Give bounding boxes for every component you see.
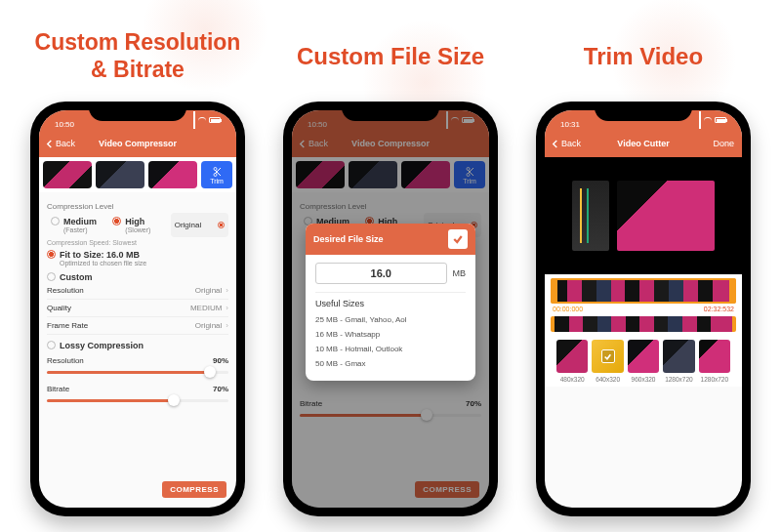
phone-mock-2: 10:50 Back Video Compressor xyxy=(283,102,498,516)
chevron-right-icon: › xyxy=(226,286,228,295)
back-button[interactable]: Back xyxy=(45,139,75,148)
check-icon xyxy=(452,233,464,245)
resolution-chip[interactable]: 960x320 xyxy=(628,340,659,383)
back-label: Back xyxy=(561,139,581,148)
trim-handle-left[interactable] xyxy=(551,278,557,304)
preview-frame xyxy=(617,181,715,251)
time-start: 00:00:000 xyxy=(553,306,583,312)
bitrate-slider[interactable] xyxy=(47,393,228,407)
chevron-right-icon: › xyxy=(226,304,228,312)
chevron-left-icon xyxy=(551,140,559,148)
headline-1: Custom Resolution & Bitrate xyxy=(35,18,241,96)
section-label: Compression Level xyxy=(47,202,228,211)
phone-mock-1: 10:50 Back Video Compressor xyxy=(30,102,245,516)
row-value: Original xyxy=(195,286,223,295)
opt-sub: (Faster) xyxy=(63,226,97,233)
nav-bar: Back Video Cutter Done xyxy=(545,130,742,157)
row-value: Original xyxy=(195,321,223,330)
showcase-panel-3: Trim Video 10:31 Back Video Cutte xyxy=(523,18,763,516)
chip-res: 480x320 xyxy=(560,376,585,383)
chip-res: 1280x720 xyxy=(665,376,693,383)
opt-label: High xyxy=(125,217,150,226)
time-end: 02:32:532 xyxy=(704,306,734,312)
chevron-right-icon: › xyxy=(226,321,228,330)
framerate-row[interactable]: Frame Rate Original› xyxy=(47,317,228,335)
fit-sub: Optimized to chosen file size xyxy=(60,260,146,266)
check-icon xyxy=(603,352,612,361)
headline-3: Trim Video xyxy=(584,18,703,96)
slider-value: 90% xyxy=(213,356,228,365)
confirm-button[interactable] xyxy=(448,229,468,249)
back-button[interactable]: Back xyxy=(551,139,581,148)
row-value: MEDIUM xyxy=(190,304,222,312)
phone-mock-3: 10:31 Back Video Cutter Done xyxy=(536,102,751,516)
video-thumb[interactable] xyxy=(148,161,197,188)
video-thumb[interactable] xyxy=(43,161,92,188)
slider-label: Resolution xyxy=(47,356,84,365)
radio-icon xyxy=(51,217,60,225)
useful-title: Useful Sizes xyxy=(315,299,466,308)
compress-button[interactable]: COMPRESS xyxy=(162,481,226,498)
resolution-slider[interactable] xyxy=(47,365,228,379)
chip-res: 1280x720 xyxy=(701,376,729,383)
resolution-chip[interactable]: 640x320 xyxy=(592,340,623,383)
status-bar: 10:50 xyxy=(39,110,236,130)
status-icons xyxy=(193,111,221,129)
chip-res: 640x320 xyxy=(596,376,620,383)
radio-icon xyxy=(218,222,225,228)
modal-title: Desired File Size xyxy=(313,234,384,244)
level-medium[interactable]: Medium (Faster) xyxy=(47,213,104,237)
custom-label: Custom xyxy=(60,272,93,282)
row-label: Resolution xyxy=(47,286,84,295)
showcase-panel-2: Custom File Size 10:50 Back xyxy=(270,18,511,516)
useful-size-item[interactable]: 25 MB - Gmail, Yahoo, Aol xyxy=(315,312,466,327)
video-thumb[interactable] xyxy=(96,161,144,188)
radio-icon xyxy=(47,272,56,281)
chevron-left-icon xyxy=(45,140,54,148)
back-label: Back xyxy=(56,139,75,148)
level-original[interactable]: Original xyxy=(171,213,228,237)
useful-size-item[interactable]: 16 MB - Whatsapp xyxy=(315,327,466,342)
headline-1-line1: Custom Resolution xyxy=(35,29,241,57)
trim-handle-right[interactable] xyxy=(729,278,736,304)
resolution-chip[interactable]: 1280x720 xyxy=(699,340,730,383)
preview-frame xyxy=(572,181,609,251)
resolution-chip[interactable]: 480x320 xyxy=(556,340,588,383)
compress-label: COMPRESS xyxy=(170,485,219,494)
level-high[interactable]: High (Slower) xyxy=(108,213,166,237)
headline-1-line2: & Bitrate xyxy=(35,57,241,84)
done-button[interactable]: Done xyxy=(713,139,734,148)
fit-label: Fit to Size: 16.0 MB xyxy=(60,250,146,260)
row-label: Quality xyxy=(47,304,71,312)
scissors-icon xyxy=(211,166,223,178)
trim-button[interactable]: Trim xyxy=(201,161,232,188)
size-input[interactable]: 16.0 xyxy=(315,263,447,284)
lossy-option[interactable]: Lossy Compression xyxy=(47,335,228,350)
video-thumb-bar: Trim xyxy=(39,157,236,192)
row-label: Frame Rate xyxy=(47,321,88,330)
speed-note: Compression Speed: Slowest xyxy=(47,239,228,246)
opt-label: Original xyxy=(175,221,202,229)
resolution-row[interactable]: Resolution Original› xyxy=(47,282,228,300)
fit-to-size-option[interactable]: Fit to Size: 16.0 MB Optimized to chosen… xyxy=(47,250,228,266)
overview-timeline[interactable] xyxy=(551,316,736,332)
radio-icon xyxy=(112,217,121,225)
selected-check xyxy=(592,340,623,373)
nav-bar: Back Video Compressor xyxy=(39,130,236,157)
trim-timeline[interactable] xyxy=(551,278,736,304)
quality-row[interactable]: Quality MEDIUM› xyxy=(47,300,228,317)
custom-option[interactable]: Custom xyxy=(47,266,228,282)
showcase-panel-1: Custom Resolution & Bitrate 10:50 Back xyxy=(18,18,258,516)
status-time: 10:31 xyxy=(560,120,580,129)
radio-icon xyxy=(47,250,56,259)
resolution-chip[interactable]: 1280x720 xyxy=(663,340,694,383)
useful-size-item[interactable]: 10 MB - Hotmail, Outlook xyxy=(315,342,466,356)
file-size-modal: Desired File Size 16.0 MB Useful Sizes 2… xyxy=(306,224,475,381)
slider-value: 70% xyxy=(213,385,228,393)
status-time: 10:50 xyxy=(55,120,74,129)
useful-size-item[interactable]: 50 MB - Gmax xyxy=(315,356,466,371)
nav-title: Video Cutter xyxy=(617,139,669,148)
slider-label: Bitrate xyxy=(47,385,69,393)
video-preview[interactable] xyxy=(545,157,742,274)
headline-2: Custom File Size xyxy=(297,18,484,96)
